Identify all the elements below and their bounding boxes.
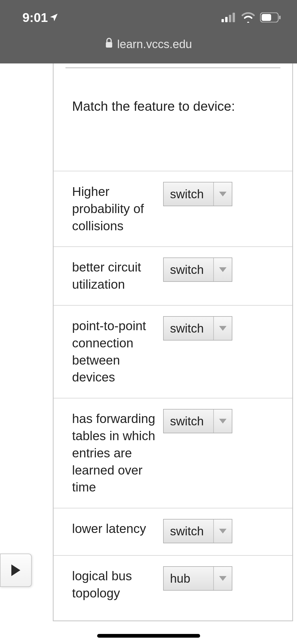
content-area: Match the feature to device: Higher prob… (0, 63, 297, 644)
match-label: point-to-point connection between device… (72, 318, 157, 386)
question-text: Match the feature to device: (54, 68, 292, 114)
svg-rect-5 (262, 14, 271, 21)
chevron-down-icon (214, 519, 232, 543)
location-icon (49, 13, 58, 22)
match-row: better circuit utilization switch (54, 246, 292, 305)
svg-rect-7 (106, 42, 112, 48)
wifi-icon (241, 12, 255, 23)
dropdown-value: switch (164, 410, 214, 433)
chevron-down-icon (214, 567, 232, 590)
status-bar: 9:01 (0, 0, 297, 35)
answer-dropdown[interactable]: switch (163, 519, 232, 543)
match-list: Higher probability of collisions switch … (54, 171, 292, 607)
match-label: logical bus topology (72, 568, 157, 602)
answer-dropdown[interactable]: switch (163, 316, 232, 341)
match-label: has forwarding tables in which entries a… (72, 410, 157, 496)
lock-icon (105, 38, 113, 48)
home-indicator[interactable] (97, 634, 200, 638)
chevron-right-icon (11, 564, 20, 576)
match-row: lower latency switch (54, 508, 292, 555)
svg-rect-2 (229, 15, 231, 22)
chevron-down-icon (214, 258, 232, 281)
status-icons (221, 12, 281, 23)
svg-rect-1 (225, 17, 228, 22)
quiz-panel: Match the feature to device: Higher prob… (53, 63, 293, 621)
match-label: Higher probability of collisions (72, 183, 157, 234)
cellular-icon (221, 13, 236, 22)
dropdown-value: switch (164, 182, 214, 206)
address-bar[interactable]: learn.vccs.edu (0, 35, 297, 63)
battery-icon (260, 12, 281, 22)
time-text: 9:01 (22, 10, 48, 25)
dropdown-value: switch (164, 317, 214, 340)
answer-dropdown[interactable]: switch (163, 182, 232, 206)
svg-rect-0 (221, 19, 224, 22)
chevron-down-icon (214, 317, 232, 340)
svg-rect-3 (233, 13, 235, 22)
answer-dropdown[interactable]: hub (163, 566, 232, 591)
dropdown-value: switch (164, 519, 214, 543)
chevron-down-icon (214, 182, 232, 206)
chevron-down-icon (214, 410, 232, 433)
dropdown-value: hub (164, 567, 214, 590)
answer-dropdown[interactable]: switch (163, 409, 232, 433)
dropdown-value: switch (164, 258, 214, 281)
url-text: learn.vccs.edu (117, 38, 192, 51)
svg-rect-6 (279, 16, 281, 19)
match-row: Higher probability of collisions switch (54, 171, 292, 246)
match-label: better circuit utilization (72, 259, 157, 293)
match-row: point-to-point connection between device… (54, 305, 292, 398)
panel-divider (65, 63, 280, 68)
answer-dropdown[interactable]: switch (163, 257, 232, 282)
match-row: logical bus topology hub (54, 555, 292, 607)
side-expand-tab[interactable] (0, 554, 32, 587)
match-row: has forwarding tables in which entries a… (54, 398, 292, 508)
match-label: lower latency (72, 520, 157, 537)
status-time: 9:01 (22, 10, 58, 25)
